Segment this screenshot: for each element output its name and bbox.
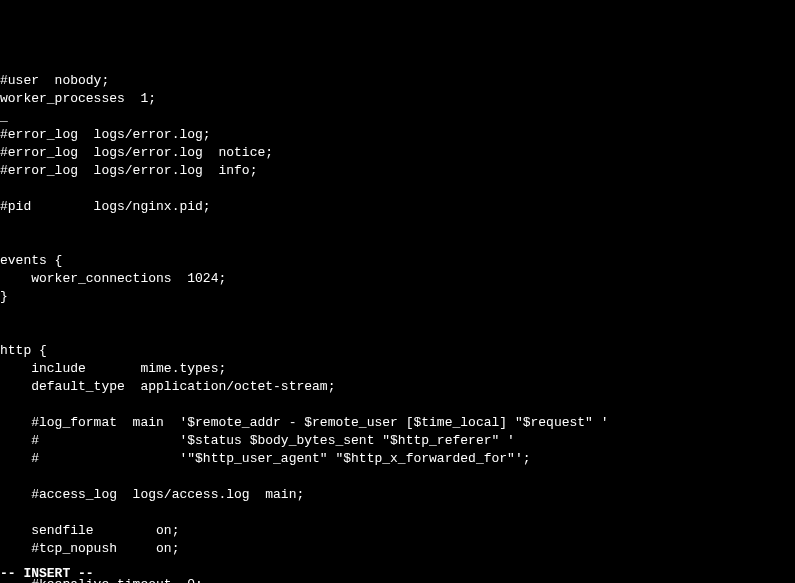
editor-line[interactable]	[0, 234, 795, 252]
editor-line[interactable]	[0, 468, 795, 486]
editor-line[interactable]: #access_log logs/access.log main;	[0, 486, 795, 504]
editor-line[interactable]: worker_connections 1024;	[0, 270, 795, 288]
editor-line[interactable]: #pid logs/nginx.pid;	[0, 198, 795, 216]
editor-line[interactable]: events {	[0, 252, 795, 270]
editor-line[interactable]: # '$status $body_bytes_sent "$http_refer…	[0, 432, 795, 450]
editor-line[interactable]	[0, 216, 795, 234]
editor-line[interactable]	[0, 180, 795, 198]
editor-line[interactable]: worker_processes 1;	[0, 90, 795, 108]
editor-line[interactable]: include mime.types;	[0, 360, 795, 378]
vim-status-bar: -- INSERT --	[0, 565, 94, 583]
editor-line[interactable]: #keepalive_timeout 0;	[0, 576, 795, 583]
editor-line[interactable]	[0, 324, 795, 342]
editor-viewport[interactable]: #user nobody;worker_processes 1;_#error_…	[0, 72, 795, 583]
editor-line[interactable]: sendfile on;	[0, 522, 795, 540]
editor-line[interactable]	[0, 558, 795, 576]
editor-line[interactable]	[0, 306, 795, 324]
editor-line[interactable]: #log_format main '$remote_addr - $remote…	[0, 414, 795, 432]
editor-line[interactable]	[0, 504, 795, 522]
editor-line[interactable]: http {	[0, 342, 795, 360]
editor-line[interactable]: #tcp_nopush on;	[0, 540, 795, 558]
editor-line[interactable]: #error_log logs/error.log;	[0, 126, 795, 144]
editor-line[interactable]: #error_log logs/error.log info;	[0, 162, 795, 180]
editor-line[interactable]: _	[0, 108, 795, 126]
editor-line[interactable]: default_type application/octet-stream;	[0, 378, 795, 396]
editor-line[interactable]: }	[0, 288, 795, 306]
editor-line[interactable]	[0, 396, 795, 414]
editor-line[interactable]: #user nobody;	[0, 72, 795, 90]
editor-line[interactable]: # '"$http_user_agent" "$http_x_forwarded…	[0, 450, 795, 468]
editor-line[interactable]: #error_log logs/error.log notice;	[0, 144, 795, 162]
